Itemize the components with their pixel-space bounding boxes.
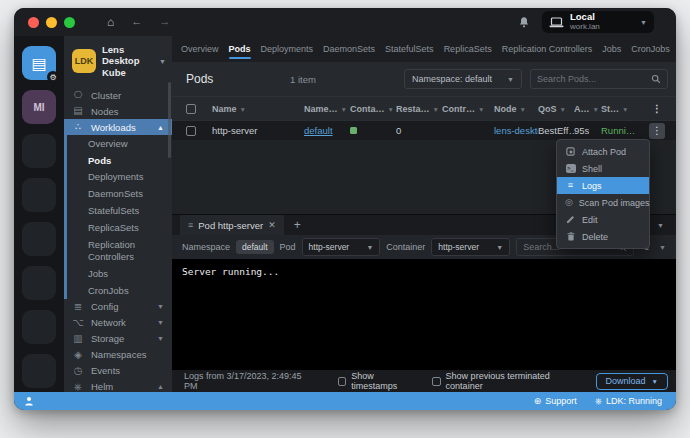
catalog-button[interactable]: ▤ ⚙ bbox=[22, 46, 56, 80]
sidebar-item-cronjobs[interactable]: CronJobs bbox=[67, 282, 172, 299]
chevron-up-icon: ▲ bbox=[157, 383, 164, 390]
cluster-avatar: LDK bbox=[72, 49, 96, 73]
column-node[interactable]: Node▼ bbox=[494, 104, 538, 114]
tab-jobs[interactable]: Jobs bbox=[597, 36, 626, 62]
chevron-down-icon: ▼ bbox=[640, 19, 647, 26]
chevron-down-icon: ▼ bbox=[366, 244, 373, 251]
menu-item-edit[interactable]: Edit bbox=[557, 211, 649, 228]
app-status[interactable]: ⎈ LDK: Running bbox=[595, 396, 662, 407]
sidebar-item-replicasets[interactable]: ReplicaSets bbox=[67, 220, 172, 237]
show-timestamps-checkbox[interactable]: Show timestamps bbox=[338, 371, 419, 391]
sidebar-item-label: Config bbox=[91, 301, 118, 312]
support-button[interactable]: ⊛ Support bbox=[534, 396, 577, 406]
sidebar-item-network[interactable]: ⌥ Network ▼ bbox=[64, 315, 172, 331]
maximize-window-button[interactable] bbox=[64, 17, 75, 28]
menu-item-shell[interactable]: >_ Shell bbox=[557, 160, 649, 177]
kebab-menu-icon[interactable]: ⋮ bbox=[652, 103, 662, 114]
node-link[interactable]: lens-desktc bbox=[494, 125, 538, 136]
pods-search-input[interactable] bbox=[537, 74, 647, 84]
workspace-rail: ▤ ⚙ MI ‹ 1 › bbox=[14, 36, 64, 392]
column-name[interactable]: Name▼ bbox=[212, 104, 304, 114]
log-output[interactable]: Server running... bbox=[172, 259, 676, 370]
sidebar-item-namespaces[interactable]: ◈ Namespaces bbox=[64, 347, 172, 363]
sidebar-item-replication-controllers[interactable]: Replication Controllers bbox=[67, 236, 172, 265]
download-button[interactable]: Download ▼ bbox=[596, 373, 668, 390]
select-all-checkbox[interactable] bbox=[186, 104, 196, 114]
nodes-icon: ▤ bbox=[72, 106, 84, 116]
row-checkbox[interactable] bbox=[186, 126, 196, 136]
column-restarts[interactable]: Resta…▼ bbox=[396, 104, 442, 114]
search-next-icon[interactable]: ▼ bbox=[659, 244, 666, 251]
column-namespace[interactable]: Name…▼ bbox=[304, 104, 350, 114]
column-age[interactable]: A…▼ bbox=[574, 104, 601, 114]
namespace-filter-select[interactable]: Namespace: default ▼ bbox=[404, 69, 522, 89]
show-previous-checkbox[interactable]: Show previous terminated container bbox=[432, 371, 583, 391]
menu-item-delete[interactable]: Delete bbox=[557, 228, 649, 245]
sidebar-scrollbar[interactable] bbox=[168, 82, 171, 158]
gear-icon[interactable]: ⚙ bbox=[47, 71, 59, 83]
sidebar-item-pods[interactable]: Pods bbox=[67, 152, 172, 169]
container-label: Container bbox=[386, 242, 425, 252]
dock-tab-pod-logs[interactable]: ≡ Pod http-server ✕ bbox=[180, 215, 284, 235]
menu-item-label: Logs bbox=[582, 181, 602, 191]
config-icon: ≣ bbox=[72, 302, 84, 312]
shell-icon: >_ bbox=[565, 164, 576, 173]
minimize-window-button[interactable] bbox=[46, 17, 57, 28]
pods-table-header: Name▼ Name…▼ Conta…▼ Resta…▼ Contr…▼ Nod… bbox=[172, 96, 676, 120]
sidebar-item-workloads[interactable]: ∴ Workloads ▲ bbox=[64, 119, 172, 135]
menu-item-attach-pod[interactable]: Attach Pod bbox=[557, 143, 649, 160]
table-row[interactable]: http-server default 0 lens-desktc BestEf… bbox=[172, 120, 676, 140]
tab-overview[interactable]: Overview bbox=[176, 36, 224, 62]
tab-pods[interactable]: Pods bbox=[224, 36, 256, 62]
lens-logo-icon: ⎈ bbox=[595, 396, 602, 407]
tab-replicasets[interactable]: ReplicaSets bbox=[439, 36, 497, 62]
cluster-selector[interactable]: Local work.lan ▼ bbox=[542, 11, 654, 33]
sidebar-item-helm[interactable]: ⎈ Helm ▲ bbox=[64, 379, 172, 392]
sidebar-item-overview[interactable]: Overview bbox=[67, 135, 172, 152]
menu-item-logs[interactable]: ≡ Logs bbox=[557, 177, 649, 194]
sidebar-item-daemonsets[interactable]: DaemonSets bbox=[67, 186, 172, 203]
tab-replication-controllers[interactable]: Replication Controllers bbox=[497, 36, 598, 62]
pod-age: 95s bbox=[574, 125, 601, 136]
column-controlled-by[interactable]: Contr…▼ bbox=[442, 104, 494, 114]
sidebar-item-config[interactable]: ≣ Config ▼ bbox=[64, 299, 172, 315]
home-icon[interactable]: ⌂ bbox=[107, 16, 114, 28]
pod-name: http-server bbox=[212, 125, 304, 136]
sidebar-item-nodes[interactable]: ▤ Nodes bbox=[64, 103, 172, 119]
rail-placeholder bbox=[22, 178, 56, 212]
close-icon[interactable]: ✕ bbox=[268, 220, 276, 230]
tab-statefulsets[interactable]: StatefulSets bbox=[380, 36, 439, 62]
notifications-bell-icon[interactable] bbox=[518, 16, 530, 29]
sidebar-item-cluster[interactable]: ⎔ Cluster bbox=[64, 87, 172, 103]
network-icon: ⌥ bbox=[72, 318, 84, 328]
sidebar-item-jobs[interactable]: Jobs bbox=[67, 265, 172, 282]
sidebar-item-storage[interactable]: ▥ Storage ▼ bbox=[64, 331, 172, 347]
close-window-button[interactable] bbox=[28, 17, 39, 28]
tab-deployments[interactable]: Deployments bbox=[256, 36, 319, 62]
column-qos[interactable]: QoS▼ bbox=[538, 104, 574, 114]
column-status[interactable]: St…▼ bbox=[601, 104, 643, 114]
user-icon[interactable] bbox=[24, 396, 34, 406]
forward-icon[interactable]: → bbox=[159, 16, 170, 28]
sidebar-item-deployments[interactable]: Deployments bbox=[67, 169, 172, 186]
chevron-down-icon: ▼ bbox=[496, 244, 503, 251]
workspace-avatar[interactable]: MI bbox=[22, 90, 56, 124]
column-containers[interactable]: Conta…▼ bbox=[350, 104, 396, 114]
tab-cronjobs[interactable]: CronJobs bbox=[626, 36, 675, 62]
namespaces-icon: ◈ bbox=[72, 350, 84, 360]
sidebar-item-events[interactable]: ◷ Events bbox=[64, 363, 172, 379]
namespace-link[interactable]: default bbox=[304, 125, 333, 136]
back-icon[interactable]: ← bbox=[131, 16, 142, 28]
cluster-brand[interactable]: LDK Lens Desktop Kube ▼ bbox=[64, 36, 172, 87]
pod-select[interactable]: http-server ▼ bbox=[302, 238, 381, 256]
menu-item-scan-pod-images[interactable]: ◎ Scan Pod images bbox=[557, 194, 649, 211]
collapse-dock-icon[interactable]: ▼ bbox=[657, 215, 664, 235]
laptop-icon bbox=[549, 17, 564, 28]
sidebar-item-statefulsets[interactable]: StatefulSets bbox=[67, 203, 172, 220]
tab-daemonsets[interactable]: DaemonSets bbox=[318, 36, 380, 62]
row-kebab-menu-button[interactable]: ⋮ bbox=[649, 123, 665, 139]
sidebar-item-label: Workloads bbox=[91, 122, 136, 133]
new-tab-button[interactable]: + bbox=[294, 215, 301, 235]
container-select[interactable]: http-server ▼ bbox=[431, 238, 510, 256]
menu-item-label: Scan Pod images bbox=[579, 198, 650, 208]
